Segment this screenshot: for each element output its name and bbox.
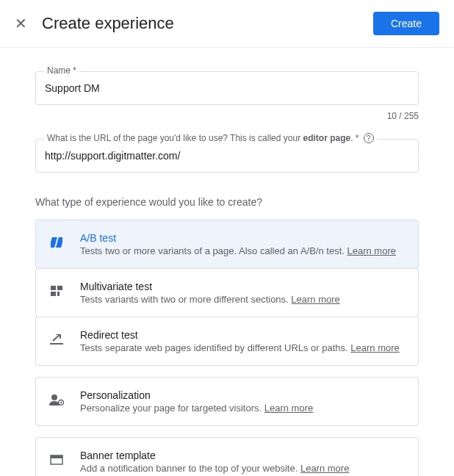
- option-desc-text: Personalize your page for targeted visit…: [80, 403, 264, 414]
- close-icon[interactable]: ✕: [15, 16, 27, 31]
- learn-more-link[interactable]: Learn more: [347, 245, 395, 256]
- option-redirect[interactable]: Redirect test Tests separate web pages i…: [35, 317, 419, 366]
- svg-rect-5: [57, 292, 60, 296]
- svg-rect-1: [56, 237, 62, 248]
- option-title: Redirect test: [80, 329, 406, 341]
- option-title: Banner template: [80, 450, 406, 461]
- option-title: Multivariate test: [80, 281, 406, 292]
- learn-more-link[interactable]: Learn more: [291, 294, 339, 305]
- option-desc: Personalize your page for targeted visit…: [80, 403, 406, 414]
- svg-rect-4: [51, 292, 56, 296]
- header: ✕ Create experience Create: [0, 0, 454, 48]
- option-body: A/B test Tests two or more variants of a…: [80, 232, 406, 256]
- content: Name * 10 / 255 What is the URL of the p…: [0, 48, 454, 476]
- option-desc-text: Tests variants with two or more differen…: [80, 294, 291, 305]
- name-field-label: Name *: [44, 65, 79, 76]
- char-counter: 10 / 255: [35, 111, 419, 121]
- url-input[interactable]: [35, 139, 419, 173]
- name-field-group: Name *: [35, 71, 419, 105]
- option-multivariate[interactable]: Multivariate test Tests variants with tw…: [35, 268, 419, 317]
- svg-rect-10: [51, 455, 62, 458]
- option-desc: Add a notification banner to the top of …: [80, 463, 406, 474]
- ab-test-icon: [48, 234, 65, 251]
- experience-type-label: What type of experience would you like t…: [35, 196, 419, 208]
- url-label-suffix: . *: [350, 133, 358, 143]
- multivariate-icon: [48, 282, 65, 300]
- option-desc-text: Tests separate web pages identified by d…: [80, 342, 350, 353]
- option-banner[interactable]: Banner template Add a notification banne…: [35, 437, 419, 476]
- url-field-group: What is the URL of the page you'd like t…: [35, 139, 419, 173]
- option-title: Personalization: [80, 389, 406, 401]
- help-icon[interactable]: ?: [364, 133, 374, 143]
- personalization-icon: [48, 391, 65, 408]
- url-label-text: What is the URL of the page you'd like t…: [47, 133, 359, 143]
- option-desc-text: Add a notification banner to the top of …: [80, 463, 300, 474]
- url-label-strong: editor page: [303, 133, 350, 143]
- option-desc: Tests variants with two or more differen…: [80, 294, 406, 305]
- redirect-icon: [48, 331, 65, 348]
- svg-point-8: [60, 402, 62, 403]
- option-personalization[interactable]: Personalization Personalize your page fo…: [35, 377, 419, 426]
- learn-more-link[interactable]: Learn more: [350, 342, 399, 353]
- svg-rect-3: [57, 286, 62, 290]
- option-ab-test[interactable]: A/B test Tests two or more variants of a…: [35, 220, 419, 269]
- option-body: Personalization Personalize your page fo…: [80, 389, 406, 414]
- option-body: Banner template Add a notification banne…: [80, 450, 406, 474]
- svg-rect-0: [51, 237, 57, 248]
- url-label-prefix: What is the URL of the page you'd like t…: [47, 133, 303, 143]
- option-body: Multivariate test Tests variants with tw…: [80, 281, 406, 305]
- option-desc: Tests two or more variants of a page. Al…: [80, 245, 406, 256]
- name-input[interactable]: [35, 71, 419, 105]
- option-title: A/B test: [80, 232, 406, 244]
- svg-rect-2: [51, 286, 56, 290]
- option-body: Redirect test Tests separate web pages i…: [80, 329, 406, 353]
- svg-point-6: [51, 394, 57, 400]
- option-desc-text: Tests two or more variants of a page. Al…: [80, 245, 347, 256]
- banner-icon: [48, 451, 65, 469]
- create-button[interactable]: Create: [373, 12, 439, 35]
- learn-more-link[interactable]: Learn more: [300, 463, 349, 474]
- page-title: Create experience: [42, 14, 358, 33]
- option-desc: Tests separate web pages identified by d…: [80, 342, 406, 353]
- url-field-label: What is the URL of the page you'd like t…: [44, 133, 377, 143]
- learn-more-link[interactable]: Learn more: [264, 403, 313, 414]
